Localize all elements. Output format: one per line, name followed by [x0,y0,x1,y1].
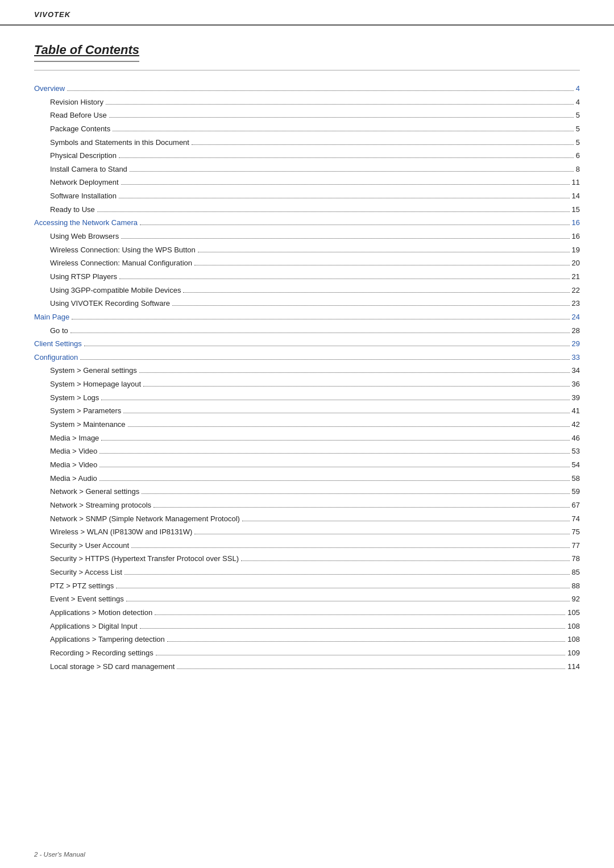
brand-name: VIVOTEK [34,10,70,19]
toc-item: Network Deployment11 [34,177,580,188]
toc-dots [183,292,569,293]
toc-page: 59 [572,486,580,497]
toc-item-label: Network Deployment [50,177,119,188]
toc-dots [242,521,570,521]
toc-item: Using RTSP Players21 [34,271,580,283]
toc-dots [194,534,569,534]
toc-divider [34,70,580,70]
toc-page: 92 [572,593,580,605]
toc-page: 108 [567,621,580,632]
top-bar: VIVOTEK [0,0,614,26]
toc-item-label: Wireless Connection: Using the WPS Butto… [50,244,196,256]
toc-item: Media > Video54 [34,459,580,471]
toc-dots [194,265,570,265]
toc-item-label: Using RTSP Players [50,271,117,283]
toc-item: Media > Video53 [34,446,580,457]
toc-page: 4 [576,97,580,108]
toc-item-label[interactable]: Configuration [34,352,78,363]
toc-dots [97,211,570,212]
toc-dots [99,480,570,481]
toc-page: 5 [576,110,580,121]
toc-dots [131,547,569,548]
toc-item-label: Read Before Use [50,110,107,121]
toc-dots [139,372,570,373]
toc-item: PTZ > PTZ settings88 [34,580,580,592]
toc-dots [154,507,569,508]
toc-item: Configuration33 [34,352,580,363]
page-wrapper: VIVOTEK Table of Contents Overview4Revis… [0,0,614,868]
toc-dots [80,359,569,360]
content-area: Table of Contents Overview4Revision Hist… [0,26,614,708]
toc-item: Go to28 [34,325,580,337]
toc-item-label: Package Contents [50,123,110,135]
toc-item: System > Logs39 [34,392,580,404]
toc-page: 19 [572,244,580,256]
toc-item-label[interactable]: Accessing the Network Camera [34,217,138,229]
toc-item: Wireless Connection: Manual Configuratio… [34,258,580,269]
toc-dots [119,198,569,198]
toc-dots [121,184,570,185]
toc-page: 46 [572,433,580,444]
toc-item-label[interactable]: Overview [34,83,65,94]
toc-item-label[interactable]: Main Page [34,312,69,323]
toc-item: Network > General settings59 [34,486,580,497]
toc-item-label: Recording > Recording settings [50,647,154,659]
toc-item-label: Applications > Motion detection [50,607,152,618]
toc-page: 24 [572,312,580,323]
toc-page: 88 [572,580,580,592]
toc-dots [167,641,566,642]
toc-item: Applications > Digital Input108 [34,621,580,632]
toc-page: 114 [567,661,580,672]
toc-dots [101,400,569,400]
toc-item-label: Media > Video [50,446,97,457]
toc-item: Overview4 [34,83,580,94]
toc-item: Using Web Browsers16 [34,231,580,242]
toc-page: 39 [572,392,580,404]
toc-item-label: Physical Description [50,150,117,161]
toc-page: 105 [567,607,580,618]
toc-item: Event > Event settings92 [34,593,580,605]
toc-item-label: Install Camera to Stand [50,164,127,175]
toc-dots [84,346,570,346]
toc-page: 108 [567,634,580,645]
toc-item-label: Local storage > SD card management [50,661,175,672]
toc-item-label: Network > Streaming protocols [50,500,151,511]
toc-dots [130,171,574,172]
toc-item: Revision History4 [34,97,580,108]
toc-dots [128,426,570,427]
toc-dots [101,440,569,441]
toc-page: 33 [572,352,580,363]
footer: 2 - User's Manual [34,851,85,858]
toc-item: Physical Description6 [34,150,580,161]
toc-item: Using 3GPP-compatible Mobile Devices22 [34,285,580,296]
toc-dots [198,252,570,252]
toc-item-label[interactable]: Client Settings [34,338,82,350]
toc-page: 75 [572,526,580,538]
toc-page: 5 [576,137,580,148]
toc-dots [123,413,569,413]
toc-page: 15 [572,204,580,215]
toc-dots [109,117,574,118]
toc-page: 36 [572,379,580,390]
toc-page: 74 [572,513,580,525]
toc-item: Media > Audio58 [34,473,580,484]
toc-page: 14 [572,190,580,202]
toc-page: 42 [572,419,580,430]
toc-item: Applications > Motion detection105 [34,607,580,618]
toc-item: Applications > Tampering detection108 [34,634,580,645]
toc-item: Recording > Recording settings109 [34,647,580,659]
toc-item-label: System > Logs [50,392,99,404]
toc-item-label: Security > User Account [50,540,129,551]
toc-dots [177,668,565,669]
toc-item-label: Software Installation [50,190,117,202]
toc-item-label: Symbols and Statements in this Document [50,137,189,148]
toc-dots [106,104,574,105]
toc-dots [142,493,569,494]
toc-dots [143,386,569,387]
toc-dots [140,225,569,225]
toc-item: System > Parameters41 [34,405,580,417]
toc-page: 29 [572,338,580,350]
toc-page: 78 [572,553,580,564]
toc-page: 85 [572,567,580,578]
toc-item-label: Wireless Connection: Manual Configuratio… [50,258,192,269]
